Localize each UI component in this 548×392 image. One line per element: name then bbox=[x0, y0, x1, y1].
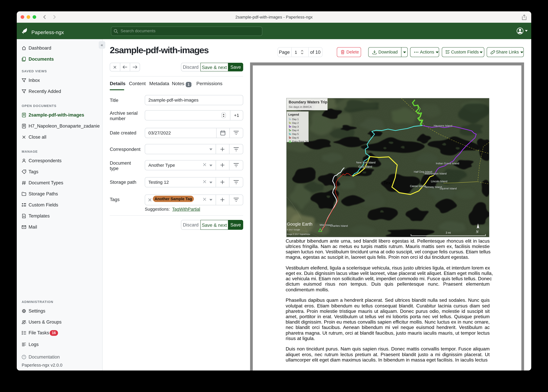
svg-text:Boundary Waters Trip: Boundary Waters Trip bbox=[289, 100, 327, 104]
svg-text:Day 3: Day 3 bbox=[292, 125, 299, 128]
svg-text:Text: Text bbox=[383, 180, 392, 185]
svg-text:Legend: Legend bbox=[288, 113, 299, 116]
svg-text:?: ? bbox=[23, 355, 25, 358]
svg-text:Six days in BWCA: Six days in BWCA bbox=[289, 105, 312, 108]
svg-text:Washington Island: Washington Island bbox=[425, 172, 447, 175]
svg-text:Day 2: Day 2 bbox=[292, 121, 299, 124]
svg-text:Hausons Island: Hausons Island bbox=[434, 124, 452, 127]
svg-text:3 mi: 3 mi bbox=[446, 231, 451, 234]
svg-text:Gary Island: Gary Island bbox=[358, 165, 372, 168]
svg-text:© 2017 Google: © 2017 Google bbox=[287, 228, 300, 231]
svg-text:New York Island: New York Island bbox=[356, 161, 375, 164]
svg-text:Entry Point 24: Entry Point 24 bbox=[292, 140, 308, 143]
svg-text:Image © 2017 DigitalGlobe: Image © 2017 DigitalGlobe bbox=[287, 233, 310, 235]
svg-text:Day 4: Day 4 bbox=[292, 129, 299, 132]
svg-text:N: N bbox=[476, 230, 479, 234]
svg-text:Squirrel Island: Squirrel Island bbox=[440, 187, 457, 190]
svg-text:Google Earth: Google Earth bbox=[287, 222, 312, 226]
svg-text:Indian Grave Island: Indian Grave Island bbox=[436, 162, 459, 165]
svg-text:Day 6: Day 6 bbox=[292, 136, 299, 139]
svg-text:Day 1: Day 1 bbox=[292, 118, 299, 120]
svg-text:Day 5: Day 5 bbox=[292, 133, 299, 135]
svg-text:Lincoln Island: Lincoln Island bbox=[431, 180, 447, 183]
svg-text:Charlies Island: Charlies Island bbox=[330, 224, 348, 227]
svg-text:Canoe Island: Canoe Island bbox=[410, 184, 426, 188]
